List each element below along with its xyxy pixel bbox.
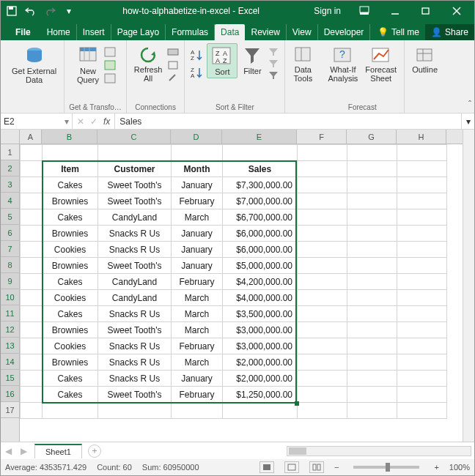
cell-E2[interactable]: Sales — [223, 161, 298, 177]
cell-G17[interactable] — [347, 403, 397, 419]
row-header-10[interactable]: 10 — [1, 289, 19, 305]
cell-D2[interactable]: Month — [172, 161, 223, 177]
signin-link[interactable]: Sign in — [314, 6, 341, 16]
cell-H8[interactable] — [397, 258, 447, 274]
cell-C11[interactable]: Snacks R Us — [98, 306, 172, 322]
cell-D17[interactable] — [172, 403, 223, 419]
cell-E4[interactable]: $7,000,000.00 — [223, 193, 298, 209]
cell-C10[interactable]: CandyLand — [98, 290, 172, 306]
row-header-9[interactable]: 9 — [1, 273, 19, 289]
advanced-filter-button[interactable] — [267, 70, 280, 80]
column-headers[interactable]: ABCDEFGH — [20, 130, 463, 144]
cell-G6[interactable] — [347, 226, 397, 242]
cell-A14[interactable] — [21, 354, 43, 371]
cell-H5[interactable] — [397, 209, 447, 226]
cell-G4[interactable] — [347, 193, 397, 209]
cell-C3[interactable]: Sweet Tooth's — [98, 177, 172, 193]
cell-G13[interactable] — [347, 338, 397, 354]
zoom-out-button[interactable]: − — [334, 463, 339, 472]
cell-F10[interactable] — [298, 290, 347, 306]
zoom-level[interactable]: 100% — [449, 463, 470, 472]
tab-formulas[interactable]: Formulas — [166, 24, 215, 40]
worksheet-grid[interactable]: ABCDEFGH 1234567891011121314151617 ItemC… — [1, 130, 474, 442]
cell-H14[interactable] — [397, 354, 447, 371]
cell-H4[interactable] — [397, 193, 447, 209]
sheet-tab-1[interactable]: Sheet1 — [34, 444, 82, 458]
col-header-D[interactable]: D — [171, 130, 222, 144]
expand-formula-bar[interactable]: ▾ — [461, 114, 474, 129]
cell-G14[interactable] — [347, 354, 397, 371]
cell-E1[interactable] — [223, 145, 298, 161]
cell-A17[interactable] — [21, 403, 43, 419]
cell-H1[interactable] — [397, 145, 447, 161]
filter-button[interactable]: Filter — [239, 43, 265, 77]
tab-pagelayout[interactable]: Page Layo — [111, 24, 166, 40]
cell-G11[interactable] — [347, 306, 397, 322]
cell-A13[interactable] — [21, 338, 43, 354]
row-header-14[interactable]: 14 — [1, 354, 19, 370]
name-box[interactable]: E2 ▾ — [1, 114, 73, 129]
cell-B15[interactable]: Cakes — [43, 371, 98, 387]
cell-B10[interactable]: Cookies — [43, 290, 98, 306]
row-header-3[interactable]: 3 — [1, 176, 19, 193]
cell-G10[interactable] — [347, 290, 397, 306]
cell-B17[interactable] — [43, 403, 98, 419]
cell-D4[interactable]: February — [172, 193, 223, 209]
cell-H10[interactable] — [397, 290, 447, 306]
cell-C7[interactable]: Snacks R Us — [98, 242, 172, 258]
cell-B3[interactable]: Cakes — [43, 177, 98, 193]
col-header-A[interactable]: A — [20, 130, 42, 144]
cell-D11[interactable]: March — [172, 306, 223, 322]
tab-data[interactable]: Data — [215, 24, 245, 40]
cell-A10[interactable] — [21, 290, 43, 306]
horizontal-scrollbar[interactable] — [287, 446, 471, 456]
minimize-button[interactable] — [380, 3, 410, 19]
cell-E3[interactable]: $7,300,000.00 — [223, 177, 298, 193]
cell-E13[interactable]: $3,000,000.00 — [223, 338, 298, 354]
row-header-12[interactable]: 12 — [1, 321, 19, 338]
cell-G16[interactable] — [347, 387, 397, 403]
get-external-data-button[interactable]: Get External Data — [9, 43, 59, 86]
whatif-button[interactable]: ? What-If Analysis — [325, 43, 361, 84]
cell-H16[interactable] — [397, 387, 447, 403]
cell-B4[interactable]: Brownies — [43, 193, 98, 209]
tab-developer[interactable]: Developer — [318, 24, 371, 40]
save-button[interactable] — [4, 3, 20, 19]
cell-G12[interactable] — [347, 322, 397, 338]
col-header-B[interactable]: B — [42, 130, 97, 144]
show-queries-button[interactable] — [103, 46, 117, 58]
zoom-slider[interactable] — [353, 466, 419, 469]
cell-F6[interactable] — [298, 226, 347, 242]
normal-view-button[interactable] — [259, 461, 274, 473]
cell-B2[interactable]: Item — [43, 161, 98, 177]
row-header-1[interactable]: 1 — [1, 144, 19, 160]
new-query-button[interactable]: New Query — [74, 43, 102, 86]
row-header-15[interactable]: 15 — [1, 370, 19, 386]
fill-handle[interactable] — [295, 401, 299, 406]
cell-D12[interactable]: March — [172, 322, 223, 338]
forecast-sheet-button[interactable]: Forecast Sheet — [362, 43, 399, 84]
cell-E14[interactable]: $2,000,000.00 — [223, 354, 298, 371]
cell-A8[interactable] — [21, 258, 43, 274]
col-header-E[interactable]: E — [222, 130, 297, 144]
qat-customize[interactable]: ▾ — [61, 3, 77, 19]
tell-me-search[interactable]: 💡Tell me — [372, 24, 425, 40]
tab-insert[interactable]: Insert — [77, 24, 111, 40]
cell-F11[interactable] — [298, 306, 347, 322]
cell-C17[interactable] — [98, 403, 172, 419]
outline-button[interactable]: Outline — [409, 43, 441, 75]
fx-icon[interactable]: fx — [103, 116, 110, 127]
cell-H6[interactable] — [397, 226, 447, 242]
cell-B14[interactable]: Brownies — [43, 354, 98, 371]
cell-F16[interactable] — [298, 387, 347, 403]
cell-A1[interactable] — [21, 145, 43, 161]
cell-G15[interactable] — [347, 371, 397, 387]
cell-B6[interactable]: Brownies — [43, 226, 98, 242]
cell-G2[interactable] — [347, 161, 397, 177]
zoom-in-button[interactable]: + — [434, 463, 438, 472]
tab-nav-next[interactable]: ▶ — [16, 446, 32, 456]
row-header-2[interactable]: 2 — [1, 160, 19, 176]
sort-za-button[interactable]: ZA — [189, 65, 205, 80]
cell-C8[interactable]: Sweet Tooth's — [98, 258, 172, 274]
cell-H12[interactable] — [397, 322, 447, 338]
